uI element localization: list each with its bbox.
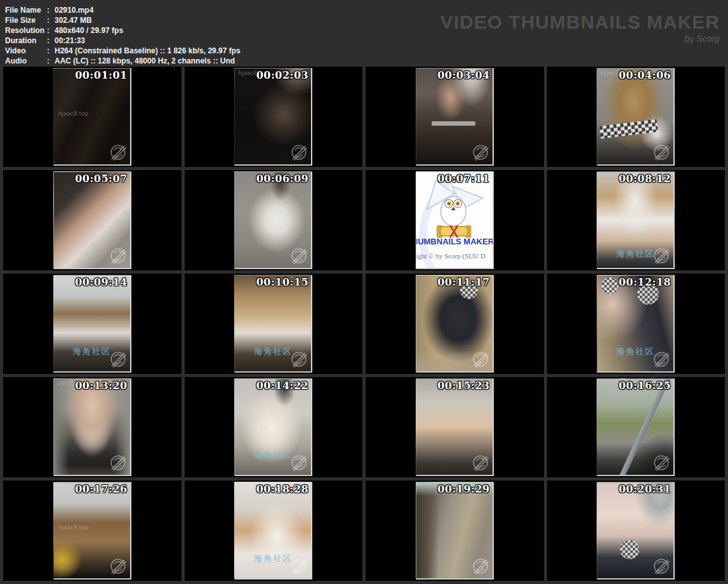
no-camera-watermark-icon — [109, 557, 128, 576]
metadata-row: File Name : 02910.mp4 — [5, 5, 241, 15]
meta-value: 00:21:33 — [55, 36, 85, 46]
vtm-logo-background: HUMBNAILS MAKER & A right © by Scorp (SU… — [416, 172, 493, 268]
meta-value: 02910.mp4 — [55, 5, 93, 15]
timestamp-overlay: 00:11:17 — [437, 276, 490, 288]
meta-colon: : — [47, 56, 55, 66]
thumbnail-image: 00:19:29 — [416, 482, 494, 580]
meta-value: 480x640 / 29.97 fps — [55, 25, 123, 36]
metadata-row: Audio : AAC (LC) :: 128 kbps, 48000 Hz, … — [5, 56, 241, 66]
brand: VIDEO THUMBNAILS MAKER by Scorp — [440, 11, 720, 44]
meta-label: Video — [5, 46, 47, 56]
meta-value: 302.47 MB — [55, 15, 92, 25]
no-camera-watermark-icon — [109, 350, 128, 369]
thumbnail-image: 海角社区 00:09:14 — [53, 275, 131, 373]
no-camera-watermark-icon — [109, 143, 128, 162]
no-camera-watermark-icon — [652, 557, 671, 576]
thumbnail-cell: HUMBNAILS MAKER & A right © by Scorp (SU… — [366, 170, 544, 270]
thumbnail-image: hjaac8 top 00:17:26 — [53, 482, 131, 580]
caption-overlay — [432, 121, 476, 126]
timestamp-overlay: 00:10:15 — [256, 276, 309, 288]
thumbnail-cell: hjaac8 top 00:01:01 — [3, 67, 182, 167]
thumbnail-cell: 海角社区 00:18:28 — [185, 481, 363, 581]
header: File Name : 02910.mp4 File Size : 302.47… — [0, 0, 728, 67]
thumbnail-image: 海角社区 00:12:18 — [597, 275, 675, 373]
thumbnail-image: hjaac8 top 00:01:01 — [53, 68, 131, 166]
pixelation-bar — [599, 119, 658, 138]
thumbnail-image: 00:16:25 — [597, 378, 675, 476]
meta-colon: : — [47, 5, 55, 15]
meta-value: H264 (Constrained Baseline) :: 1 826 kb/… — [55, 46, 241, 56]
meta-label: File Name — [5, 5, 47, 15]
no-camera-watermark-icon — [289, 453, 308, 472]
timestamp-overlay: 00:12:18 — [619, 276, 672, 288]
metadata-row: File Size : 302.47 MB — [5, 15, 241, 25]
no-camera-watermark-icon — [109, 246, 128, 265]
site-watermark: hjaac8 top — [58, 110, 89, 117]
thumbnail-image: 00:11:17 — [416, 275, 494, 373]
timestamp-overlay: 00:08:12 — [619, 173, 672, 185]
vtm-logo-copyright: right © by Scorp (SUU D — [416, 252, 486, 260]
thumbnail-image: 00:05:07 — [53, 171, 131, 269]
vtm-logo-title: HUMBNAILS MAKER & A — [416, 237, 493, 246]
meta-label: Audio — [5, 56, 47, 66]
no-camera-watermark-icon — [652, 246, 671, 265]
thumbnail-image: 海角社区 00:10:15 — [234, 275, 312, 373]
brand-title: VIDEO THUMBNAILS MAKER — [440, 11, 720, 33]
meta-colon: : — [47, 36, 55, 46]
thumbnail-cell: hjaac8 top 00:13:20 — [3, 377, 182, 477]
pixelation-circle — [620, 540, 639, 559]
timestamp-overlay: 00:01:01 — [75, 69, 128, 81]
meta-colon: : — [47, 15, 55, 25]
metadata-row: Duration : 00:21:33 — [5, 36, 241, 46]
thumbnail-cell: 海角社区 00:12:18 — [547, 274, 725, 374]
thumbnail-image: hjaac8 top 00:02:03 — [234, 68, 312, 166]
timestamp-overlay: 00:17:26 — [75, 483, 128, 495]
site-watermark: hjaac8 top — [58, 524, 89, 531]
thumbnail-image: 00:20:31 — [597, 482, 675, 580]
thumbnail-image: hjaac8 top 00:04:06 — [597, 68, 675, 166]
timestamp-overlay: 00:13:20 — [75, 380, 128, 392]
timestamp-overlay: 00:18:28 — [256, 483, 309, 495]
thumbnail-image: HUMBNAILS MAKER & A right © by Scorp (SU… — [416, 171, 494, 269]
thumbnail-image: hjaac8 top 00:13:20 — [53, 378, 131, 476]
thumbnail-cell: 00:16:25 — [547, 377, 725, 477]
no-camera-watermark-icon — [289, 143, 308, 162]
meta-value: AAC (LC) :: 128 kbps, 48000 Hz, 2 channe… — [55, 56, 235, 66]
thumbnail-cell: 00:06:09 — [185, 170, 363, 270]
thumbnail-cell: 00:05:07 — [3, 170, 182, 270]
timestamp-overlay: 00:15:23 — [437, 380, 490, 392]
no-camera-watermark-icon — [289, 246, 308, 265]
thumbnail-image: 00:06:09 — [234, 171, 312, 269]
thumbnail-cell: hjaac8 top 00:04:06 — [547, 67, 725, 167]
no-camera-watermark-icon — [289, 557, 308, 576]
no-camera-watermark-icon — [471, 350, 490, 369]
timestamp-overlay: 00:04:06 — [619, 69, 672, 81]
timestamp-overlay: 00:16:25 — [619, 380, 672, 392]
thumbnail-cell: 00:15:23 — [366, 377, 544, 477]
no-camera-watermark-icon — [652, 350, 671, 369]
timestamp-overlay: 00:06:09 — [256, 173, 309, 185]
thumbnail-image: 00:15:23 — [416, 378, 494, 476]
no-camera-watermark-icon — [652, 143, 671, 162]
thumbnail-cell: 00:20:31 — [547, 481, 725, 581]
thumbnail-cell: 00:03:04 — [366, 67, 544, 167]
no-camera-watermark-icon — [652, 453, 671, 472]
vtm-contact-sheet: File Name : 02910.mp4 File Size : 302.47… — [0, 0, 728, 584]
timestamp-overlay: 00:14:22 — [256, 380, 309, 392]
timestamp-overlay: 00:20:31 — [619, 483, 672, 495]
thumbnail-image: 海角社区 00:14:22 — [234, 378, 312, 476]
thumbnail-grid: hjaac8 top 00:01:01 hjaac8 top — [0, 67, 728, 584]
timestamp-overlay: 00:09:14 — [75, 276, 128, 288]
no-camera-watermark-icon — [289, 350, 308, 369]
timestamp-overlay: 00:03:04 — [437, 69, 490, 81]
file-metadata: File Name : 02910.mp4 File Size : 302.47… — [5, 5, 241, 66]
meta-colon: : — [47, 46, 55, 56]
thumbnail-image: 海角社区 00:18:28 — [234, 482, 312, 580]
meta-colon: : — [47, 25, 55, 36]
meta-label: Duration — [5, 36, 47, 46]
meta-label: File Size — [5, 15, 47, 25]
thumbnail-cell: 海角社区 00:09:14 — [3, 274, 182, 374]
thumbnail-cell: 海角社区 00:08:12 — [547, 170, 725, 270]
thumbnail-image: 海角社区 00:08:12 — [597, 171, 675, 269]
brand-subtitle: by Scorp — [440, 34, 720, 44]
